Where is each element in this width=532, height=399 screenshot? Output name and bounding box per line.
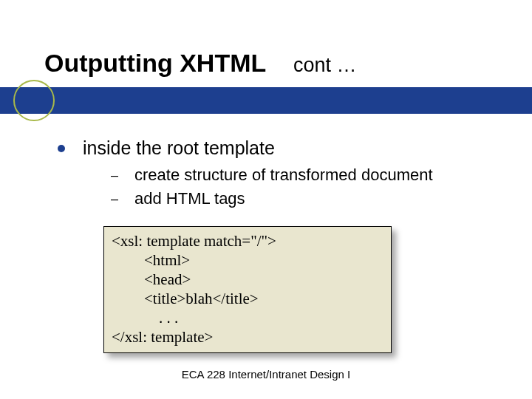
- bullet-l2b-text: add HTML tags: [134, 188, 245, 209]
- code-line: <html>: [112, 250, 383, 270]
- dash-icon: –: [111, 165, 118, 185]
- code-line: <xsl: template match="/">: [112, 231, 383, 250]
- dash-icon: –: [111, 188, 118, 209]
- title-continuation: cont …: [293, 54, 357, 76]
- slide-footer: ECA 228 Internet/Intranet Design I: [0, 368, 532, 381]
- slide-body: inside the root template – create struct…: [58, 137, 501, 209]
- bullet-l2a-text: create structure of transformed document: [134, 165, 433, 185]
- code-line: </xsl: template>: [112, 327, 383, 347]
- code-example-box: <xsl: template match="/"> <html> <head> …: [103, 226, 392, 353]
- code-line: . . .: [112, 308, 383, 327]
- title-accent-bar: [0, 87, 532, 114]
- slide: Outputting XHTML cont … inside the root …: [0, 0, 532, 399]
- code-line: <title>blah</title>: [112, 289, 383, 308]
- title-accent-circle: [13, 80, 55, 121]
- bullet-l1-text: inside the root template: [83, 137, 275, 159]
- title-main: Outputting XHTML: [44, 49, 266, 77]
- bullet-icon: [58, 145, 65, 152]
- bullet-level-1: inside the root template: [58, 137, 501, 159]
- bullet-level-2: – create structure of transformed docume…: [111, 165, 501, 185]
- bullet-level-2: – add HTML tags: [111, 188, 501, 209]
- code-line: <head>: [112, 270, 383, 289]
- slide-title: Outputting XHTML cont …: [44, 49, 357, 78]
